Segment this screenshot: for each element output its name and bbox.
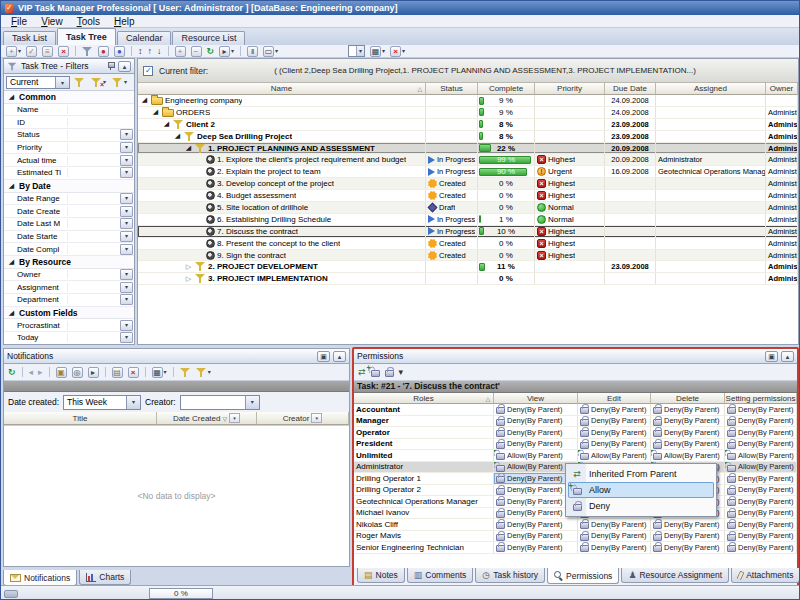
permission-cell-setting-permissions[interactable]: Deny(By Parent) [725,473,797,484]
view-notification-button[interactable]: ◎ [70,366,85,378]
date-created-combo[interactable]: This Week ▾ [63,395,141,410]
task-row[interactable]: ◢Deep Sea Drilling Project8 %23.09.2008A… [138,131,798,143]
tab-charts[interactable]: Charts [79,570,131,585]
column-header-priority[interactable]: Priority [535,83,605,95]
menu-item-inherited-from-parent[interactable]: ⇄Inherited From Parent [568,466,714,482]
column-header-delete[interactable]: Delete [651,393,725,404]
menu-item-deny[interactable]: Deny [568,498,714,514]
filter-preset-combo[interactable]: Current ▾ [6,76,70,89]
column-header-roles[interactable]: Roles△ [354,393,494,404]
tab-permissions[interactable]: Permissions [547,568,619,584]
menu-view[interactable]: View [34,16,70,27]
permission-row[interactable]: PresidentDeny(By Parent)Deny(By Parent)D… [354,439,797,451]
menu-help[interactable]: Help [107,16,142,27]
collapse-panel-button[interactable]: ▴ [781,351,794,362]
view-selector[interactable] [346,45,367,57]
collapse-panel-button[interactable]: ▴ [118,61,131,72]
permission-cell-setting-permissions[interactable]: Deny(By Parent) [725,416,797,427]
column-header-edit[interactable]: Edit [578,393,651,404]
group-by-button[interactable]: ▦▾ [368,45,387,57]
tab-task-tree[interactable]: Task Tree [57,28,116,45]
permission-cell-edit[interactable]: Deny(By Parent) [578,404,651,415]
tab-notifications[interactable]: Notifications [3,570,77,586]
expand-node-icon[interactable]: ▷ [184,262,193,272]
tab-attachments[interactable]: Attachments [731,568,800,583]
tab-resource-list[interactable]: Resource List [172,31,245,45]
more-button[interactable]: ▾ [397,366,406,378]
filter-item-value[interactable] [68,142,120,154]
column-header-assigned[interactable]: Assigned [656,83,766,95]
chevron-down-icon[interactable]: ▾ [231,46,234,56]
filter-item-value[interactable] [68,129,120,141]
popout-panel-button[interactable]: ▣ [317,351,330,362]
permission-cell-setting-permissions[interactable]: Deny(By Parent) [725,508,797,519]
task-row[interactable]: ◢1. PROJECT PLANNING AND ASSESSMENT22 %2… [138,143,798,155]
permission-cell-delete[interactable]: Deny(By Parent) [651,439,725,450]
chevron-down-icon[interactable]: ▾ [120,269,133,280]
permission-cell-edit[interactable]: Deny(By Parent) [578,416,651,427]
chevron-down-icon[interactable]: ▾ [120,320,133,331]
permission-row[interactable]: ManagerDeny(By Parent)Deny(By Parent)Den… [354,416,797,428]
permission-cell-setting-permissions[interactable]: Deny(By Parent) [725,531,797,542]
task-row[interactable]: 2. Explain the project to teamIn Progres… [138,166,798,178]
chevron-down-icon[interactable]: ▾ [245,396,259,409]
collapse-node-icon[interactable]: ◢ [7,257,16,267]
filter-item-value[interactable] [68,281,120,293]
permission-cell-edit[interactable]: Deny(By Parent) [578,531,651,542]
filter-group-by-date[interactable]: ◢By Date [4,180,134,193]
creator-combo[interactable]: ▾ [180,395,260,410]
task-row[interactable]: 4. Budget assessmentCreated0 %×HighestAd… [138,190,798,202]
chevron-down-icon[interactable]: ▾ [120,129,133,140]
chevron-down-icon[interactable]: ▾ [275,46,278,56]
add-task-button[interactable]: +▾ [4,45,23,57]
edit-filter-button[interactable] [178,366,193,378]
mark-red-button[interactable]: ● [96,45,111,57]
task-row[interactable]: 9. Sign the contractCreated0 %×HighestAd… [138,250,798,262]
expand-node-icon[interactable]: ▷ [184,274,193,284]
tab-calendar[interactable]: Calendar [117,31,172,45]
tab-notes[interactable]: ▤Notes [357,568,405,583]
column-header-title[interactable]: Title [4,412,157,425]
permission-cell-edit[interactable]: Allow(By Parent) [578,450,651,461]
permission-cell-setting-permissions[interactable]: Deny(By Parent) [725,542,797,553]
column-header-owner[interactable]: Owner [766,83,798,95]
tab-comments[interactable]: ▥Comments [407,568,474,583]
chevron-down-icon[interactable]: ▾ [402,46,405,56]
filter-button[interactable]: ▾ [194,366,213,378]
permission-cell-view[interactable]: Deny(By Parent) [494,439,578,450]
expand-all-button[interactable]: + [173,45,188,57]
permission-row[interactable]: AccountantDeny(By Parent)Deny(By Parent)… [354,404,797,416]
task-row[interactable]: ▷3. PROJECT IMPLEMENTATION0 %Administrat… [138,273,798,285]
column-header-date-created[interactable]: Date Created▽▾ [157,412,257,425]
move-down-button[interactable]: ↓ [155,45,164,57]
permission-row[interactable]: OperatorDeny(By Parent)Deny(By Parent)De… [354,427,797,439]
tab-resource-assignment[interactable]: ♟Resource Assignment [621,568,729,583]
filter-item-value[interactable] [68,104,134,116]
filter-item-value[interactable] [68,332,120,344]
task-row[interactable]: 3. Develop concept of the projectCreated… [138,178,798,190]
mark-blue-button[interactable]: ● [112,45,127,57]
chevron-down-icon[interactable]: ▾ [120,155,133,166]
resize-grip[interactable] [4,590,18,598]
permission-cell-delete[interactable]: Allow(By Parent) [651,450,725,461]
filter-item-value[interactable] [68,193,120,205]
filter-item-value[interactable] [68,167,120,179]
task-row[interactable]: 7. Discuss the contractIn Progress10 %×H… [138,226,798,238]
goto-task-button[interactable]: ▸ [86,366,101,378]
duplicate-task-button[interactable]: ≡ [40,45,55,57]
deny-permission-button[interactable] [383,366,396,378]
column-header-setting-permissions[interactable]: Setting permissions [725,393,797,404]
permission-cell-edit[interactable]: Deny(By Parent) [578,427,651,438]
permission-row[interactable]: Nikolas CliffDeny(By Parent)Deny(By Pare… [354,519,797,531]
chevron-down-icon[interactable]: ▾ [120,282,133,293]
task-row[interactable]: 8. Present the concept to the clientCrea… [138,238,798,250]
move-up-button[interactable]: ↑ [146,45,155,57]
edit-task-button[interactable]: ✓ [24,45,39,57]
permission-row[interactable]: UnlimitedAllow(By Parent)Allow(By Parent… [354,450,797,462]
permission-cell-delete[interactable]: Deny(By Parent) [651,542,725,553]
clear-filter-button[interactable] [80,45,95,57]
delete-filter-button[interactable]: ×▾ [89,76,108,88]
permission-cell-view[interactable]: Deny(By Parent) [494,416,578,427]
permission-cell-view[interactable]: Deny(By Parent) [494,519,578,530]
filter-item-value[interactable] [68,116,134,128]
